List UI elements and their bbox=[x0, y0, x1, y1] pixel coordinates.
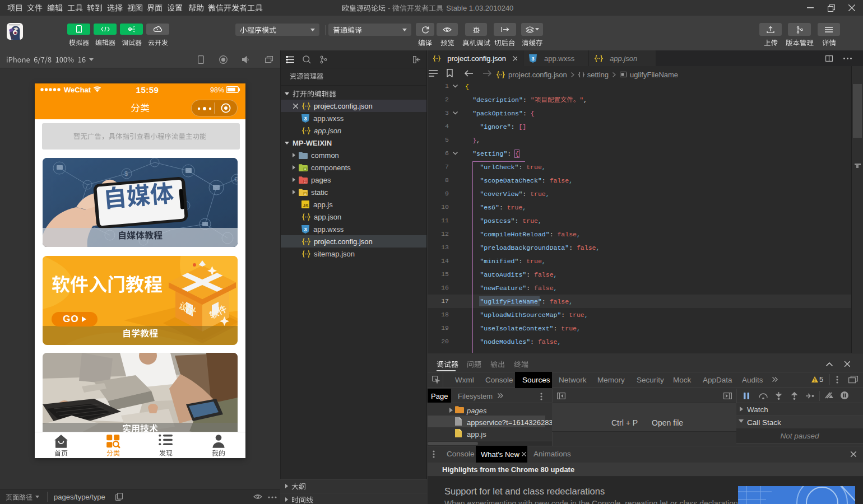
svg-text:$: $ bbox=[124, 170, 128, 177]
svg-text:3: 3 bbox=[304, 227, 307, 232]
svg-text:3: 3 bbox=[304, 116, 307, 122]
svg-text:€: € bbox=[234, 176, 238, 183]
svg-text:JS: JS bbox=[303, 203, 309, 208]
svg-text:3: 3 bbox=[531, 56, 534, 62]
